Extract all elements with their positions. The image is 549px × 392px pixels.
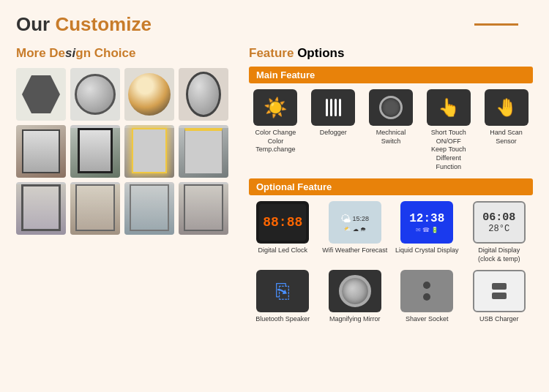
hand-scan-label: Hand Scan Sensor xyxy=(482,129,530,146)
design-img-circle-glow xyxy=(124,68,174,121)
optional-feature-bar: Optional Feature xyxy=(249,178,533,195)
design-img-scene-1 xyxy=(16,182,66,235)
bluetooth-icon-box: ⎘ xyxy=(256,270,309,312)
right-panel: Feature Options Main Feature ☀️ Color Ch… xyxy=(249,46,533,330)
header: Our Customize xyxy=(16,13,533,36)
led-clock-icon-box: 88:88 xyxy=(256,201,309,244)
feature-color-change: ☀️ Color ChangeColor Temp.change xyxy=(249,89,302,171)
switch-icon xyxy=(379,96,403,119)
opt-magnify: Magnifying Mirror xyxy=(321,270,389,324)
hand-scan-icon: 🤚 xyxy=(496,97,518,118)
design-img-scene-2 xyxy=(70,182,120,235)
touch-label: Short Touch ON/OFFKeep Touch DifferentFu… xyxy=(425,129,472,171)
header-line xyxy=(474,23,518,26)
feature-defogger: Defogger xyxy=(307,89,360,171)
sun-icon: ☀️ xyxy=(264,97,287,119)
magnify-icon xyxy=(339,275,371,307)
feature-switch: Mechnical Switch xyxy=(365,89,418,171)
design-img-strip xyxy=(179,125,228,178)
shaver-icon-box xyxy=(400,270,453,312)
design-img-framed-1 xyxy=(16,125,66,178)
design-img-scene-3 xyxy=(124,182,174,235)
switch-icon-box xyxy=(369,89,413,126)
bluetooth-icon: ⎘ xyxy=(276,279,289,304)
defogger-label: Defogger xyxy=(320,129,347,137)
led-clock-label: Digital Led Clock xyxy=(258,246,307,255)
opt-weather: 🌤 15:28 ⛅ ☁ 🌧 Wifi Weather Forecast xyxy=(321,201,389,263)
feature-hand-scan: 🤚 Hand Scan Sensor xyxy=(479,89,533,171)
hand-scan-icon-box: 🤚 xyxy=(485,89,529,126)
design-section-title: More Design Choice xyxy=(16,46,236,61)
title-customize: Customize xyxy=(55,13,151,35)
feature-section-title: Feature Options xyxy=(249,46,533,61)
magnify-label: Magnifying Mirror xyxy=(329,315,381,324)
title-our: Our xyxy=(16,13,55,35)
optional-feature-grid-1: 88:88 Digital Led Clock 🌤 15:28 ⛅ ☁ 🌧 Wi… xyxy=(249,201,533,263)
lcd-label: Liquid Crystal Display xyxy=(395,246,459,255)
defog-icon xyxy=(326,99,341,116)
weather-top: 🌤 15:28 xyxy=(340,213,369,225)
opt-led-clock: 88:88 Digital Led Clock xyxy=(249,201,317,263)
opt-bluetooth: ⎘ Bluetooth Speaker xyxy=(249,270,317,324)
sun-weather-icon: 🌤 xyxy=(340,213,351,225)
main-feature-bar: Main Feature xyxy=(249,67,533,83)
usb-icon xyxy=(492,283,507,299)
digital-display-label: Digital Display(clock & temp) xyxy=(478,246,520,263)
switch-label: Mechnical Switch xyxy=(367,129,414,146)
color-change-label: Color ChangeColor Temp.change xyxy=(252,129,299,154)
digital-display-icon-box: 06:08 28°C xyxy=(473,201,526,244)
weather-icon-box: 🌤 15:28 ⛅ ☁ 🌧 xyxy=(329,201,381,244)
main-feature-grid: ☀️ Color ChangeColor Temp.change D xyxy=(249,89,533,171)
content-area: More Design Choice xyxy=(16,46,533,330)
design-img-circle xyxy=(70,68,120,121)
lcd-icons: ✉ ☎ 🔋 xyxy=(416,227,438,233)
led-clock-display: 88:88 xyxy=(259,204,306,241)
opt-lcd: 12:38 ✉ ☎ 🔋 Liquid Crystal Display xyxy=(393,201,461,263)
design-img-backlit xyxy=(124,125,174,178)
feature-touch: 👆 Short Touch ON/OFFKeep Touch Different… xyxy=(422,89,475,171)
optional-feature-grid-2: ⎘ Bluetooth Speaker Magnifying Mirror xyxy=(249,270,533,324)
left-panel: More Design Choice xyxy=(16,46,236,330)
opt-usb: USB Charger xyxy=(466,270,534,324)
opt-shaver: Shaver Socket xyxy=(393,270,461,324)
color-change-icon-box: ☀️ xyxy=(253,89,297,126)
design-img-scene-4 xyxy=(179,182,228,235)
page: Our Customize More Design Choice xyxy=(0,0,549,392)
weather-label: Wifi Weather Forecast xyxy=(322,246,387,255)
digital-temp: 28°C xyxy=(488,224,509,234)
magnify-icon-box xyxy=(329,270,381,312)
design-img-oval xyxy=(179,68,228,121)
touch-icon: 👆 xyxy=(438,97,460,118)
feature-title-rest: Options xyxy=(294,46,344,60)
usb-label: USB Charger xyxy=(479,315,519,324)
bluetooth-label: Bluetooth Speaker xyxy=(255,315,310,324)
design-img-hex xyxy=(16,68,66,121)
digital-time: 06:08 xyxy=(482,211,515,224)
defogger-icon-box xyxy=(311,89,355,126)
opt-digital-display: 06:08 28°C Digital Display(clock & temp) xyxy=(466,201,534,263)
touch-icon-box: 👆 xyxy=(427,89,471,126)
feature-title-orange: Feature xyxy=(249,46,294,60)
usb-icon-box xyxy=(473,270,526,312)
design-img-framed-2 xyxy=(70,125,120,178)
shaver-icon xyxy=(423,282,430,301)
weather-bottom: ⛅ ☁ 🌧 xyxy=(344,226,366,233)
page-title: Our Customize xyxy=(16,13,152,36)
weather-temp: 15:28 xyxy=(352,215,369,222)
shaver-label: Shaver Socket xyxy=(406,315,449,324)
lcd-display: 12:38 xyxy=(409,212,444,225)
lcd-icon-box: 12:38 ✉ ☎ 🔋 xyxy=(400,201,453,244)
